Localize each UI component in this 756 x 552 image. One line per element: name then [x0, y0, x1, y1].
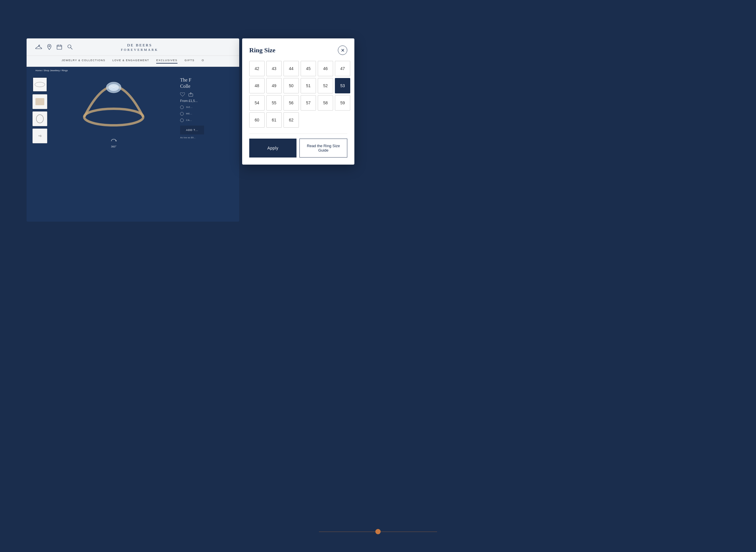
nav-love[interactable]: LOVE & ENGAGEMENT [113, 59, 149, 63]
size-btn-61[interactable]: 61 [266, 112, 282, 128]
nav-exclusives[interactable]: EXCLUSIVES [156, 59, 178, 63]
nav-gifts[interactable]: GIFTS [185, 59, 195, 63]
thumb-1[interactable] [32, 77, 47, 92]
size-btn-45[interactable]: 45 [301, 61, 316, 76]
background-page: DE BEERS FOREVERMARK JEWELRY & COLLECTIO… [27, 38, 239, 222]
thumbnails: +3 [32, 77, 47, 148]
size-btn-57[interactable]: 57 [301, 95, 316, 111]
thumb-3[interactable] [32, 111, 47, 126]
share-icon[interactable] [188, 93, 193, 97]
size-grid: 4243444546474849505152535455565758596061… [249, 61, 347, 128]
size-btn-62[interactable]: 62 [284, 112, 299, 128]
add-to-bag-button[interactable]: Add t... [180, 126, 204, 134]
page-content: +3 [27, 74, 239, 151]
svg-rect-1 [57, 45, 62, 49]
svg-point-10 [84, 109, 143, 125]
hanger-icon[interactable] [35, 44, 42, 50]
header-icons [35, 44, 73, 50]
thumb-extra[interactable]: +3 [32, 129, 47, 143]
apply-button[interactable]: Apply [249, 139, 297, 157]
modal-actions: Apply Read the Ring Size Guide [249, 139, 347, 157]
svg-line-6 [70, 47, 72, 49]
size-btn-56[interactable]: 56 [284, 95, 299, 111]
size-radio[interactable] [180, 106, 184, 109]
size-btn-52[interactable]: 52 [318, 78, 333, 93]
svg-point-5 [68, 45, 71, 48]
size-option: SIZ... [180, 106, 233, 109]
size-btn-47[interactable]: 47 [335, 61, 350, 76]
nav-jewelry[interactable]: JEWELRY & COLLECTIONS [62, 59, 106, 63]
size-btn-46[interactable]: 46 [318, 61, 333, 76]
search-icon[interactable] [67, 44, 73, 50]
scroll-line-left [319, 532, 375, 532]
carat-option: CA... [180, 119, 233, 122]
calendar-icon[interactable] [57, 44, 62, 50]
size-btn-48[interactable]: 48 [249, 78, 264, 93]
close-button[interactable]: ✕ [338, 45, 347, 55]
size-btn-50[interactable]: 50 [284, 78, 299, 93]
metal-radio[interactable] [180, 112, 184, 116]
size-btn-43[interactable]: 43 [266, 61, 282, 76]
view-360-label: 360° [111, 145, 117, 148]
as-low-as: As low as $9... [180, 136, 233, 139]
size-btn-51[interactable]: 51 [301, 78, 316, 93]
ring-size-modal: Ring Size ✕ 4243444546474849505152535455… [242, 38, 354, 165]
size-btn-55[interactable]: 55 [266, 95, 282, 111]
scroll-line-right [381, 532, 437, 532]
modal-title: Ring Size [249, 46, 275, 54]
brand-name: DE BEERS [73, 42, 207, 48]
breadcrumb: Home / Shop Jewellery / Rings [27, 67, 239, 74]
carat-radio[interactable] [180, 119, 184, 122]
nav-other[interactable]: O [202, 59, 204, 63]
metal-option: ME... [180, 112, 233, 116]
modal-header: Ring Size ✕ [249, 45, 347, 55]
product-title: The F Colle [180, 77, 233, 90]
svg-point-9 [36, 115, 43, 123]
close-icon: ✕ [341, 47, 345, 53]
size-btn-54[interactable]: 54 [249, 95, 264, 111]
size-btn-53[interactable]: 53 [335, 78, 350, 93]
svg-point-7 [35, 82, 45, 87]
page-nav: JEWELRY & COLLECTIONS LOVE & ENGAGEMENT … [27, 56, 239, 67]
size-btn-58[interactable]: 58 [318, 95, 333, 111]
page-header: DE BEERS FOREVERMARK [27, 38, 239, 56]
svg-point-0 [49, 45, 50, 47]
scroll-indicator [319, 529, 437, 534]
size-btn-44[interactable]: 44 [284, 61, 299, 76]
ring-display [75, 77, 152, 136]
view-360[interactable]: 360° [110, 139, 117, 148]
thumb-2[interactable] [32, 94, 47, 109]
svg-rect-8 [35, 98, 44, 105]
size-guide-button[interactable]: Read the Ring Size Guide [300, 139, 347, 157]
size-btn-59[interactable]: 59 [335, 95, 350, 111]
main-image: 360° [53, 77, 174, 148]
metal-label: ME... [186, 112, 192, 115]
scroll-dot[interactable] [375, 529, 381, 534]
modal-divider [249, 134, 347, 134]
wishlist-icon[interactable] [180, 93, 185, 97]
size-btn-49[interactable]: 49 [266, 78, 282, 93]
carat-label: CA... [186, 119, 192, 121]
size-btn-60[interactable]: 60 [249, 112, 264, 128]
size-label: SIZ... [186, 106, 193, 109]
location-icon[interactable] [47, 44, 51, 50]
product-price: From £1,5... [180, 99, 233, 103]
product-info: The F Colle From £1,5... SIZ... [180, 77, 233, 148]
brand-sub: FOREVERMARK [73, 48, 207, 51]
brand-logo: DE BEERS FOREVERMARK [73, 42, 207, 51]
size-btn-42[interactable]: 42 [249, 61, 264, 76]
